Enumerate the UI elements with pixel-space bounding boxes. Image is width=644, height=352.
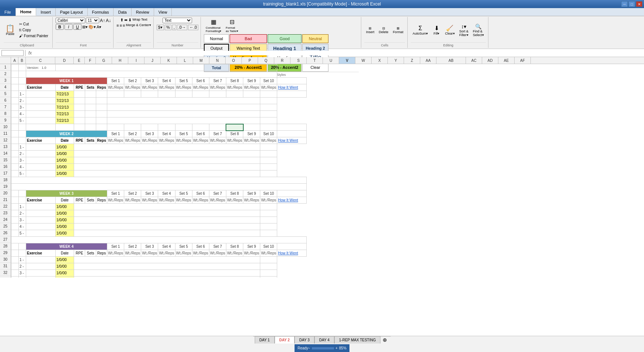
cell-c25[interactable]: [26, 223, 56, 230]
col-header-l[interactable]: L: [177, 57, 193, 64]
cell-b13[interactable]: 1 -: [19, 144, 26, 151]
align-bottom-button[interactable]: ⬇: [128, 18, 132, 22]
cell-b16[interactable]: 4 -: [19, 164, 26, 170]
cell-r8[interactable]: [260, 111, 277, 117]
col-header-aa[interactable]: AA: [420, 57, 436, 64]
cell-i5[interactable]: [124, 91, 141, 98]
cell-b25[interactable]: 4 -: [19, 223, 26, 230]
cell-p10[interactable]: [243, 124, 260, 131]
col-header-o[interactable]: O: [226, 57, 242, 64]
cell-a7[interactable]: [11, 104, 19, 111]
cell-a1[interactable]: [11, 64, 19, 71]
cell-a22[interactable]: [11, 204, 19, 210]
how-it-went-w2[interactable]: How It Went: [277, 137, 307, 144]
col-header-v[interactable]: V: [339, 57, 355, 64]
week1-header[interactable]: WEEK 1: [26, 78, 107, 84]
cell-c26[interactable]: [26, 230, 56, 237]
cell-b6[interactable]: 2 -: [19, 98, 26, 104]
cell-d32[interactable]: 1/0/00: [56, 270, 74, 277]
cell-d23[interactable]: 1/0/00: [56, 210, 74, 217]
cell-a30[interactable]: [11, 257, 19, 263]
cell-j10[interactable]: [141, 124, 158, 131]
col-header-ad[interactable]: AD: [482, 57, 498, 64]
cell-a17[interactable]: [11, 170, 19, 177]
col-header-d[interactable]: D: [55, 57, 74, 64]
cells-e-q-32[interactable]: [74, 270, 260, 277]
cell-b28[interactable]: [19, 243, 26, 250]
paste-button[interactable]: 📋 Paste: [4, 24, 17, 37]
cell-a33[interactable]: [11, 277, 19, 278]
cell-a8[interactable]: [11, 111, 19, 117]
cell-a31[interactable]: [11, 263, 19, 270]
how-it-went-w3[interactable]: How It Went: [277, 197, 307, 204]
col-header-y[interactable]: Y: [388, 57, 404, 64]
cells-h-q-8[interactable]: [107, 111, 260, 117]
cell-b4[interactable]: [19, 84, 26, 91]
minimize-button[interactable]: ─: [621, 1, 628, 7]
font-shrink-button[interactable]: A↓: [106, 18, 111, 23]
cell-b3[interactable]: [19, 78, 26, 84]
cell-b11[interactable]: [19, 131, 26, 137]
cell-d17[interactable]: 1/0/00: [56, 170, 74, 177]
cell-d30[interactable]: 1/0/00: [56, 257, 74, 263]
cells-h-q-6[interactable]: [107, 98, 260, 104]
cell-r31[interactable]: [260, 263, 277, 270]
format-button[interactable]: ⊠ Format: [391, 25, 405, 35]
cell-d15[interactable]: 1/0/00: [56, 157, 74, 164]
cell-c1[interactable]: Version: 1.0: [26, 64, 56, 71]
cell-b33[interactable]: 4 -: [19, 277, 26, 278]
copy-button[interactable]: ⎘ Copy: [17, 27, 50, 33]
fill-color-button[interactable]: 🎨▾: [88, 25, 96, 29]
tab-file[interactable]: File: [0, 8, 16, 16]
cell-d22[interactable]: 1/0/00: [56, 204, 74, 210]
sort-filter-button[interactable]: ↕▾ Sort &Filter▾: [457, 22, 470, 38]
cell-q10[interactable]: [260, 124, 277, 131]
cell-d8[interactable]: 7/22/13: [56, 111, 74, 117]
style-good[interactable]: Good: [268, 34, 302, 43]
cell-m5[interactable]: [192, 91, 209, 98]
tab-review[interactable]: Review: [132, 8, 154, 16]
cell-p5[interactable]: [243, 91, 260, 98]
cell-c31[interactable]: [26, 263, 56, 270]
cell-f10[interactable]: [85, 124, 96, 131]
cell-a16[interactable]: [11, 164, 19, 170]
cell-r5[interactable]: [277, 91, 307, 98]
cell-g8[interactable]: [96, 111, 107, 117]
merge-center-button[interactable]: Merge & Center▾: [126, 23, 151, 28]
cell-f7[interactable]: [85, 104, 96, 111]
fill-button[interactable]: ⬇ Fill▾: [431, 24, 442, 36]
cell-v10-selected[interactable]: [226, 124, 243, 131]
cells-e-q-13[interactable]: [74, 144, 260, 151]
cell-d13[interactable]: 1/0/00: [56, 144, 74, 151]
cell-r7[interactable]: [260, 104, 277, 111]
cell-a29[interactable]: [11, 250, 19, 257]
col-header-ab[interactable]: AB: [436, 57, 466, 64]
cell-b21[interactable]: [19, 197, 26, 204]
cell-o5[interactable]: [226, 91, 243, 98]
clear-button[interactable]: 🧹 Clear▾: [443, 24, 457, 36]
col-header-j[interactable]: J: [145, 57, 161, 64]
row-27-cells[interactable]: [11, 237, 307, 243]
cell-d6[interactable]: 7/22/13: [56, 98, 74, 104]
col-header-h[interactable]: H: [112, 57, 128, 64]
cell-b23[interactable]: 2 -: [19, 210, 26, 217]
wrap-text-button[interactable]: Wrap Text: [132, 18, 147, 22]
cell-f9[interactable]: [85, 117, 96, 124]
cell-e5[interactable]: [74, 91, 85, 98]
cell-b10[interactable]: [19, 124, 26, 131]
cell-d14[interactable]: 1/0/00: [56, 151, 74, 157]
style-neutral[interactable]: Neutral: [302, 34, 328, 43]
cell-f5[interactable]: [85, 91, 96, 98]
cell-b20[interactable]: [19, 190, 26, 197]
cell-r24[interactable]: [260, 217, 277, 223]
cell-c22[interactable]: [26, 204, 56, 210]
cell-a3[interactable]: [11, 78, 19, 84]
cell-a2[interactable]: [11, 71, 19, 78]
cell-r17[interactable]: [260, 170, 277, 177]
cell-b12[interactable]: [19, 137, 26, 144]
cells-e-q-15[interactable]: [74, 157, 260, 164]
row-19-cells[interactable]: [11, 184, 307, 190]
cell-r11[interactable]: [277, 131, 307, 137]
align-right-button[interactable]: ≡: [123, 23, 125, 28]
week4-header[interactable]: WEEK 4: [26, 243, 107, 250]
